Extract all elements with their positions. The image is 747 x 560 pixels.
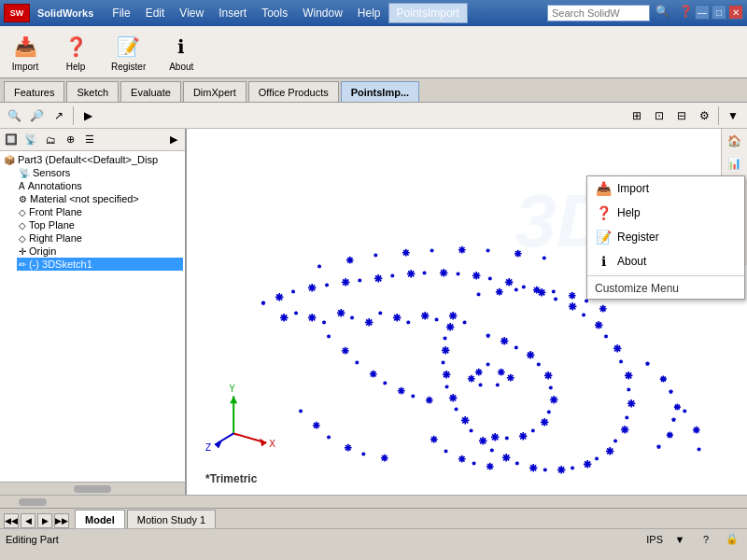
tb2-select[interactable]: ↗ — [49, 105, 69, 126]
svg-text:*: * — [299, 408, 302, 416]
svg-text:✳: ✳ — [275, 292, 283, 302]
svg-text:*: * — [445, 384, 448, 392]
nav-first[interactable]: ◀◀ — [4, 513, 19, 528]
menu-tools[interactable]: Tools — [254, 3, 295, 23]
svg-text:*: * — [486, 332, 490, 342]
menu-edit[interactable]: Edit — [138, 3, 173, 23]
tb2-view3[interactable]: ⊟ — [671, 105, 692, 126]
help-status-btn[interactable]: ? — [697, 531, 715, 548]
bottom-tab-motion-study[interactable]: Motion Study 1 — [127, 510, 216, 528]
nav-prev[interactable]: ◀ — [21, 513, 35, 528]
vp-btn-house[interactable]: 🏠 — [725, 131, 745, 151]
svg-text:*: * — [486, 361, 489, 370]
tree-top-plane[interactable]: ◇ Top Plane — [17, 218, 183, 231]
dd-help[interactable]: ❓ Help — [587, 201, 744, 225]
svg-text:✳: ✳ — [308, 283, 316, 293]
tab-sketch[interactable]: Sketch — [66, 81, 119, 102]
dd-import[interactable]: 📥 Import — [587, 176, 744, 201]
svg-text:✳: ✳ — [446, 322, 454, 332]
st-config[interactable]: ☰ — [80, 132, 99, 148]
viewport[interactable]: 3D ✳ * ✳ * ✳ * ✳ * ✳ * ✳ * ✳ * * — [187, 129, 747, 495]
svg-text:✳: ✳ — [461, 415, 469, 426]
search-btn[interactable]: 🔍 — [655, 5, 669, 21]
close-btn[interactable]: ✕ — [728, 5, 743, 20]
sidebar-scrollbar[interactable] — [0, 482, 185, 495]
dd-register[interactable]: 📝 Register — [587, 225, 744, 249]
st-properties[interactable]: 🔲 — [2, 132, 21, 148]
tb2-view1[interactable]: ⊞ — [627, 105, 647, 126]
svg-text:*: * — [444, 335, 446, 343]
tree-sensors[interactable]: 📡 Sensors — [17, 166, 183, 179]
minimize-btn[interactable]: — — [695, 5, 710, 20]
tree-material-label: Material <not specified> — [30, 193, 139, 204]
svg-text:*: * — [547, 409, 550, 417]
feature-tree: 📦 Part3 (Default<<Default>_Disp 📡 Sensor… — [0, 151, 185, 482]
menu-file[interactable]: File — [105, 3, 137, 23]
search-input[interactable] — [547, 5, 650, 21]
svg-text:*: * — [582, 312, 585, 320]
dd-separator — [587, 275, 744, 276]
menu-view[interactable]: View — [172, 3, 211, 23]
st-expand[interactable]: ▶ — [164, 132, 183, 148]
h-scroll-thumb[interactable] — [19, 498, 47, 506]
st-design[interactable]: 🗂 — [41, 132, 60, 148]
nav-last[interactable]: ▶▶ — [54, 513, 69, 528]
tree-material[interactable]: ⚙ Material <not specified> — [17, 192, 183, 205]
dd-help-label: Help — [617, 206, 641, 219]
menu-help[interactable]: Help — [350, 3, 388, 23]
svg-text:*: * — [356, 359, 359, 368]
bottom-tab-model[interactable]: Model — [75, 510, 125, 528]
svg-text:✳: ✳ — [569, 291, 576, 301]
cmd-help-label: Help — [66, 62, 86, 72]
toolbar-sep2 — [718, 106, 719, 125]
svg-text:✳: ✳ — [514, 249, 522, 259]
tb2-settings[interactable]: ⚙ — [694, 105, 714, 126]
tb2-dropdown[interactable]: ▼ — [723, 105, 743, 126]
svg-marker-135 — [230, 396, 237, 403]
svg-text:✳: ✳ — [381, 454, 388, 463]
menu-window[interactable]: Window — [295, 3, 350, 23]
svg-text:*: * — [457, 271, 459, 279]
tb2-zoom-in[interactable]: 🔎 — [26, 105, 47, 126]
dd-import-icon: 📥 — [595, 180, 612, 197]
svg-text:✳: ✳ — [479, 436, 486, 446]
tab-dimxpert[interactable]: DimXpert — [183, 81, 247, 102]
horizontal-scrollbar[interactable] — [0, 495, 747, 508]
tb2-zoom-out[interactable]: 🔍 — [4, 105, 24, 126]
cmd-register[interactable]: 📝 Register — [105, 29, 152, 75]
tree-front-plane[interactable]: ◇ Front Plane — [17, 205, 183, 218]
register-icon: 📝 — [114, 32, 144, 62]
help-btn[interactable]: ❓ — [679, 5, 693, 21]
maximize-btn[interactable]: □ — [712, 5, 726, 20]
statusbar-right: IPS ▼ ? 🔒 — [646, 531, 741, 548]
menu-insert[interactable]: Insert — [211, 3, 254, 23]
cmd-import[interactable]: 📥 Import — [4, 29, 47, 75]
tab-office-products[interactable]: Office Products — [248, 81, 339, 102]
tb2-more[interactable]: ▶ — [78, 105, 98, 126]
nav-next[interactable]: ▶ — [37, 513, 52, 528]
svg-text:✳: ✳ — [443, 370, 450, 380]
menu-pointsimport[interactable]: PointsImport — [388, 3, 468, 23]
lock-btn[interactable]: 🔒 — [723, 531, 741, 548]
tree-3dsketch1[interactable]: ✏ (-) 3DSketch1 — [17, 258, 183, 271]
st-feature[interactable]: ⊕ — [61, 132, 79, 148]
tree-origin[interactable]: ✛ Origin — [17, 245, 183, 258]
tree-right-plane[interactable]: ◇ Right Plane — [17, 231, 183, 245]
units-btn[interactable]: ▼ — [670, 531, 689, 548]
tab-pointsimport[interactable]: PointsImp... — [341, 81, 419, 102]
dd-about[interactable]: ℹ About — [587, 249, 744, 273]
cmd-help[interactable]: ❓ Help — [54, 29, 97, 75]
svg-text:✳: ✳ — [345, 443, 352, 453]
tree-part3[interactable]: 📦 Part3 (Default<<Default>_Disp — [2, 153, 183, 166]
svg-text:✳: ✳ — [393, 313, 401, 323]
vp-btn-chart[interactable]: 📊 — [725, 153, 745, 174]
tb2-view2[interactable]: ⊡ — [649, 105, 669, 126]
cmd-about[interactable]: ℹ About — [160, 29, 203, 75]
st-sensors[interactable]: 📡 — [21, 132, 40, 148]
tab-evaluate[interactable]: Evaluate — [120, 81, 181, 102]
dd-customize[interactable]: Customize Menu — [587, 278, 744, 299]
tree-annotations[interactable]: A Annotations — [17, 179, 183, 192]
svg-text:✳: ✳ — [313, 421, 320, 430]
svg-text:*: * — [488, 275, 491, 284]
tab-features[interactable]: Features — [4, 81, 64, 102]
